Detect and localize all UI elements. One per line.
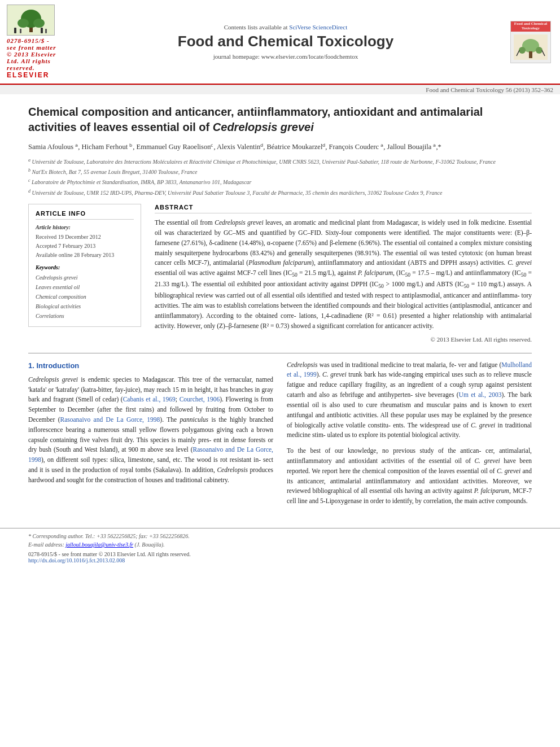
received-date: Received 19 December 2012 xyxy=(36,233,134,242)
keyword-2: Leaves essential oil xyxy=(36,282,134,292)
article-info-heading: ARTICLE INFO xyxy=(36,210,134,220)
affiliation-d: d Université de Toulouse, UMR 152 IRD-UP… xyxy=(28,188,532,197)
abstract-section: ABSTRACT The essential oil from Cedrelop… xyxy=(155,204,532,343)
keywords-heading: Keywords: xyxy=(36,264,134,270)
ref-courchet[interactable]: Courchet, 1906 xyxy=(180,396,220,403)
keyword-5: Correlations xyxy=(36,311,134,321)
available-date: Available online 28 February 2013 xyxy=(36,251,134,260)
affil-d-text: Université de Toulouse, UMR 152 IRD-UPS,… xyxy=(32,190,443,196)
svg-point-13 xyxy=(536,47,542,54)
abstract-col: ABSTRACT The essential oil from Cedrelop… xyxy=(155,204,532,343)
keyword-4: Biological activities xyxy=(36,302,134,311)
affiliations: a Université de Toulouse, Laboratoire de… xyxy=(28,157,532,197)
introduction-section: 1. Introduction Cedrelopsis grevei is en… xyxy=(28,360,532,512)
doi-link[interactable]: http://dx.doi.org/10.1016/j.fct.2013.02.… xyxy=(28,557,125,563)
intro-col-right: Cedrelopsis was used in traditional medi… xyxy=(287,360,532,512)
intro-para-3: To the best of our knowledge, no previou… xyxy=(287,446,532,506)
copyright-line: © 2013 Elsevier Ltd. All rights reserved… xyxy=(155,336,532,343)
svg-point-12 xyxy=(519,47,526,54)
ref-rasoanaivo2[interactable]: Rasoanaivo and De La Gorce, 1998 xyxy=(28,446,273,463)
citation-text: Food and Chemical Toxicology 56 (2013) 3… xyxy=(426,86,553,93)
affiliation-c: c Laboratoire de Phytochimie et Standard… xyxy=(28,177,532,186)
elsevier-text: 0278-6915/$ - see front matter © 2013 El… xyxy=(7,37,58,71)
journal-header: 0278-6915/$ - see front matter © 2013 El… xyxy=(0,0,560,85)
info-abstract-section: ARTICLE INFO Article history: Received 1… xyxy=(28,204,532,343)
sciverse-link[interactable]: SciVerse ScienceDirect xyxy=(289,24,347,30)
corresponding-note: * Corresponding author. Tel.: +33 562225… xyxy=(28,533,190,539)
citation-bar: Food and Chemical Toxicology 56 (2013) 3… xyxy=(0,85,560,94)
svg-point-4 xyxy=(33,19,45,28)
journal-thumb-box: Food and Chemical Toxicology xyxy=(510,21,551,63)
svg-rect-11 xyxy=(529,51,532,58)
abstract-text: The essential oil from Cedrelopsis greve… xyxy=(155,218,532,331)
elsevier-logo-image xyxy=(7,5,55,36)
affiliation-b: b Nat'Ex Biotech, Bat 7, 55 avenue Louis… xyxy=(28,167,532,176)
svg-point-3 xyxy=(18,19,29,28)
email-link[interactable]: jalloul.bouajila@univ-tlse3.fr xyxy=(65,541,133,548)
page-wrapper: 0278-6915/$ - see front matter © 2013 El… xyxy=(0,0,560,747)
keywords-list: Cedrelopsis grevei Leaves essential oil … xyxy=(36,273,134,321)
abstract-heading: ABSTRACT xyxy=(155,204,532,213)
email-suffix: (J. Bouajila). xyxy=(135,541,165,548)
article-info-box: ARTICLE INFO Article history: Received 1… xyxy=(28,204,141,327)
svg-rect-6 xyxy=(20,29,21,33)
issn-line: 0278-6915/$ - see front matter © 2013 El… xyxy=(28,551,532,557)
keywords-section: Keywords: Cedrelopsis grevei Leaves esse… xyxy=(36,264,134,321)
affiliation-a: a Université de Toulouse, Laboratoire de… xyxy=(28,157,532,166)
article-title: Chemical composition and anticancer, ant… xyxy=(28,104,532,135)
thumb-label: Food and Chemical Toxicology xyxy=(511,21,550,31)
ref-cabanis[interactable]: Cabanis et al., 1969 xyxy=(123,396,176,403)
footer-bar: * Corresponding author. Tel.: +33 562225… xyxy=(0,528,560,567)
svg-rect-8 xyxy=(45,29,47,33)
elsevier-brand: ELSEVIER xyxy=(7,71,49,79)
intro-heading: 1. Introduction xyxy=(28,360,273,372)
thumb-box-top: Food and Chemical Toxicology xyxy=(511,21,550,32)
footer-note: * Corresponding author. Tel.: +33 562225… xyxy=(28,532,532,549)
journal-center: Contents lists available at SciVerse Sci… xyxy=(63,5,508,79)
intro-para-1: Cedrelopsis grevei is endemic species to… xyxy=(28,375,273,486)
elsevier-logo: 0278-6915/$ - see front matter © 2013 El… xyxy=(7,5,63,79)
article-title-italic: Cedrelopsis grevei xyxy=(213,121,314,133)
footer-links: 0278-6915/$ - see front matter © 2013 El… xyxy=(28,551,532,563)
sciverse-text: Contents lists available at xyxy=(224,24,288,30)
history-label: Article history: xyxy=(36,224,134,230)
affil-b-text: Nat'Ex Biotech, Bat 7, 55 avenue Louis B… xyxy=(32,169,198,175)
intro-col-left: 1. Introduction Cedrelopsis grevei is en… xyxy=(28,360,273,512)
ref-rasoanaivo1[interactable]: Rasoanaivo and De La Gorce, 1998 xyxy=(60,416,160,423)
journal-thumbnail: Food and Chemical Toxicology xyxy=(508,5,553,79)
journal-homepage: journal homepage: www.elsevier.com/locat… xyxy=(213,53,358,60)
main-content: Chemical composition and anticancer, ant… xyxy=(0,94,560,522)
affil-c-text: Laboratoire de Phytochimie et Standardis… xyxy=(32,180,251,186)
keyword-1: Cedrelopsis grevei xyxy=(36,273,134,282)
doi-line: http://dx.doi.org/10.1016/j.fct.2013.02.… xyxy=(28,557,532,563)
thumb-box-img xyxy=(511,32,550,63)
article-dates: Received 19 December 2012 Accepted 7 Feb… xyxy=(36,233,134,260)
email-label: E-mail address: xyxy=(28,541,64,548)
svg-rect-5 xyxy=(14,28,16,33)
article-info-col: ARTICLE INFO Article history: Received 1… xyxy=(28,204,141,343)
section-divider xyxy=(28,353,532,353)
ref-um[interactable]: Um et al., 2003 xyxy=(459,391,502,398)
affil-a-text: Université de Toulouse, Laboratoire des … xyxy=(32,159,496,165)
accepted-date: Accepted 7 February 2013 xyxy=(36,242,134,251)
intro-para-2: Cedrelopsis was used in traditional medi… xyxy=(287,360,532,441)
sciverse-line: Contents lists available at SciVerse Sci… xyxy=(224,24,347,30)
keyword-3: Chemical composition xyxy=(36,292,134,302)
journal-title-header: Food and Chemical Toxicology xyxy=(178,33,393,50)
svg-rect-7 xyxy=(41,28,43,33)
authors-line: Samia Afoulous ᵃ, Hicham Ferhout ᵇ, Emma… xyxy=(28,142,532,152)
